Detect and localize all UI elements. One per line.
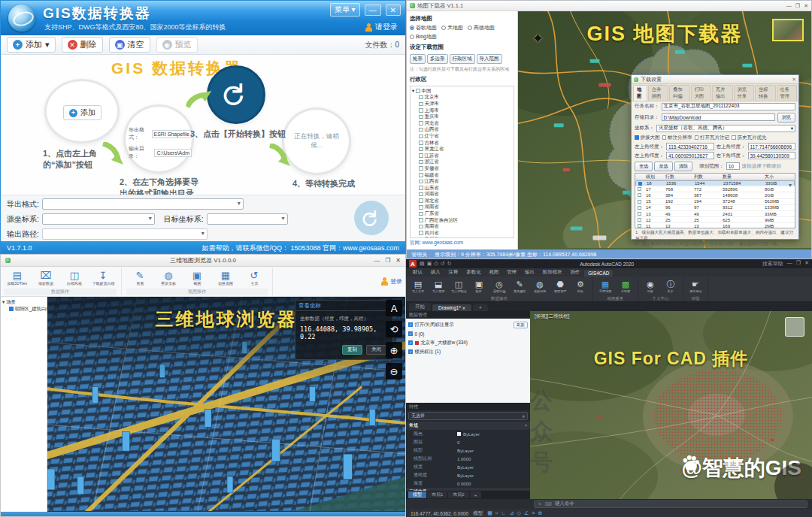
website-link[interactable]: 官网: www.geosaas.com: [410, 238, 514, 247]
table-row[interactable]: 134949240133MB: [635, 211, 795, 217]
dialog-tab[interactable]: 地图: [633, 85, 647, 101]
checkbox-icon[interactable]: [419, 102, 423, 107]
selection-dropdown[interactable]: 无选择▾: [408, 412, 528, 420]
ribbon-button[interactable]: ⬣图面管理: [550, 277, 570, 296]
undo-icon[interactable]: ↺: [441, 261, 445, 267]
file-tab-add[interactable]: +: [473, 304, 488, 311]
property-row[interactable]: 线型ByLayer: [406, 446, 530, 455]
command-input[interactable]: ✕ ⌨ 键入命令: [534, 500, 807, 508]
model-space-label[interactable]: 模型: [473, 510, 483, 517]
checkbox-icon[interactable]: [662, 135, 667, 140]
ribbon-button[interactable]: ▤导入文件: [408, 277, 428, 296]
property-row[interactable]: 线型比例1.0000: [406, 455, 530, 463]
checkbox-icon[interactable]: [408, 340, 413, 345]
close-button[interactable]: ✕: [386, 5, 401, 16]
zoom-out-button[interactable]: ⊖: [386, 363, 402, 379]
ribbon-button[interactable]: ⌧倾斜数据: [32, 268, 59, 289]
lt-lng-input[interactable]: 115.42339402716: [666, 143, 714, 150]
tree-item[interactable]: 朝阳区_建筑白模: [2, 306, 45, 313]
region-tree-item[interactable]: 湖北省: [412, 198, 512, 204]
dialog-tab[interactable]: 合并拼图: [648, 85, 668, 101]
ribbon-button[interactable]: ◫导入控制点: [449, 277, 468, 296]
close-button[interactable]: ✕: [804, 3, 808, 9]
chevron-down-icon[interactable]: ▾: [45, 40, 50, 50]
region-tree-item[interactable]: 江苏省: [412, 153, 512, 159]
checkbox-icon[interactable]: [638, 182, 642, 186]
checkbox-icon[interactable]: [419, 218, 423, 222]
checkbox-icon[interactable]: [408, 349, 413, 354]
ribbon-button[interactable]: ↺主页: [241, 268, 268, 289]
checkbox-icon[interactable]: [638, 224, 641, 228]
target-crs-select[interactable]: [207, 213, 288, 225]
level-select[interactable]: 10: [726, 162, 740, 170]
region-tree-item[interactable]: 天津市: [412, 101, 512, 107]
region-tree-item[interactable]: 安徽省: [412, 165, 512, 172]
property-row[interactable]: 厚度0.0000: [406, 479, 530, 488]
checkbox-icon[interactable]: [638, 193, 641, 197]
map-source-option[interactable]: 天地图: [441, 24, 463, 32]
region-tree-item[interactable]: 辽宁省: [412, 133, 512, 140]
tree-expand-icon[interactable]: ▾: [412, 88, 414, 95]
checkbox-icon[interactable]: [419, 205, 423, 210]
ribbon-button[interactable]: ✎查询属性: [510, 277, 529, 296]
checkbox-icon[interactable]: [638, 200, 641, 204]
region-tree-item[interactable]: 河北省: [412, 120, 512, 127]
tree-root[interactable]: ▾ 场景: [2, 299, 45, 306]
checkbox-icon[interactable]: [419, 147, 423, 152]
region-tree-item[interactable]: 湖南省: [412, 204, 512, 210]
rt-lng-input[interactable]: 117.714766608696: [748, 143, 796, 150]
task-name-input[interactable]: 北京市_谷歌卫星地图_2011122403: [662, 103, 796, 110]
property-section-header[interactable]: 常规▾: [406, 422, 530, 430]
grid-icon[interactable]: ▦: [487, 510, 492, 516]
snap-icon[interactable]: ⌗: [495, 510, 498, 516]
ribbon-button[interactable]: ↧下载建筑白模: [89, 268, 117, 289]
range-button[interactable]: 导入范围: [477, 54, 502, 64]
minimize-button[interactable]: —: [787, 260, 792, 268]
browse-button[interactable]: 浏览: [777, 113, 795, 122]
layer-row[interactable]: 打开/关闭标注显示刷新: [408, 320, 528, 329]
checkbox-icon[interactable]: [419, 225, 423, 229]
ribbon-button[interactable]: ⬓导入图层: [429, 277, 448, 296]
source-crs-select[interactable]: [42, 213, 155, 225]
close-icon[interactable]: ✕: [792, 77, 796, 83]
search-hint[interactable]: 搜索帮助: [762, 260, 783, 268]
ribbon-tab-默认[interactable]: 默认: [409, 268, 426, 277]
map-source-option[interactable]: 谷歌地图: [410, 24, 437, 32]
ribbon-tab-管理[interactable]: 管理: [503, 268, 520, 277]
ribbon-button[interactable]: ◉登录: [641, 277, 660, 296]
map-source-option[interactable]: Bing地图: [410, 33, 437, 41]
checkbox-icon[interactable]: [732, 135, 736, 140]
range-button[interactable]: 矩形: [410, 54, 426, 64]
login-button[interactable]: 请登录: [365, 22, 398, 32]
file-tab-drawing[interactable]: Drawing1* ✕: [432, 304, 471, 311]
checkbox-icon[interactable]: [419, 192, 423, 197]
redo-icon[interactable]: ↻: [447, 261, 452, 267]
region-tree-item[interactable]: 广东省: [412, 210, 512, 217]
save-dir-input[interactable]: D:\MapDownload: [662, 113, 775, 121]
export-format-select[interactable]: [42, 198, 244, 210]
ribbon-button[interactable]: ▣截图: [183, 268, 211, 289]
dialog-tab[interactable]: 浏览分享: [734, 85, 754, 101]
ribbon-tab-gis4cad[interactable]: GIS4CAD: [584, 270, 613, 277]
checkbox-icon[interactable]: [419, 166, 423, 171]
region-tree-item[interactable]: 北京市: [412, 94, 512, 101]
table-row[interactable]: 1519219437248562MB: [635, 199, 795, 205]
track-icon[interactable]: ∠: [524, 510, 529, 516]
checkbox-icon[interactable]: [419, 141, 423, 145]
save-icon[interactable]: ▣: [427, 261, 432, 267]
ribbon-tab-参数化[interactable]: 参数化: [462, 268, 484, 277]
minimize-button[interactable]: —: [374, 257, 380, 264]
checkbox-icon[interactable]: [419, 108, 423, 113]
checkbox-icon[interactable]: [419, 173, 423, 177]
checkbox-icon[interactable]: [638, 218, 641, 222]
refresh-button[interactable]: 刷新: [514, 322, 528, 328]
zoom-in-button[interactable]: ⊕: [386, 342, 402, 358]
range-button[interactable]: 行政区域: [450, 54, 475, 64]
ribbon-tab-视图[interactable]: 视图: [486, 268, 503, 277]
checkbox-icon[interactable]: [638, 187, 641, 191]
region-tree-item[interactable]: 海南省: [412, 223, 512, 230]
folder-icon[interactable]: ▤: [420, 261, 425, 267]
checkbox-icon[interactable]: [419, 231, 423, 235]
checkbox-icon[interactable]: [419, 115, 423, 119]
region-tree-item[interactable]: 福建省: [412, 172, 512, 179]
